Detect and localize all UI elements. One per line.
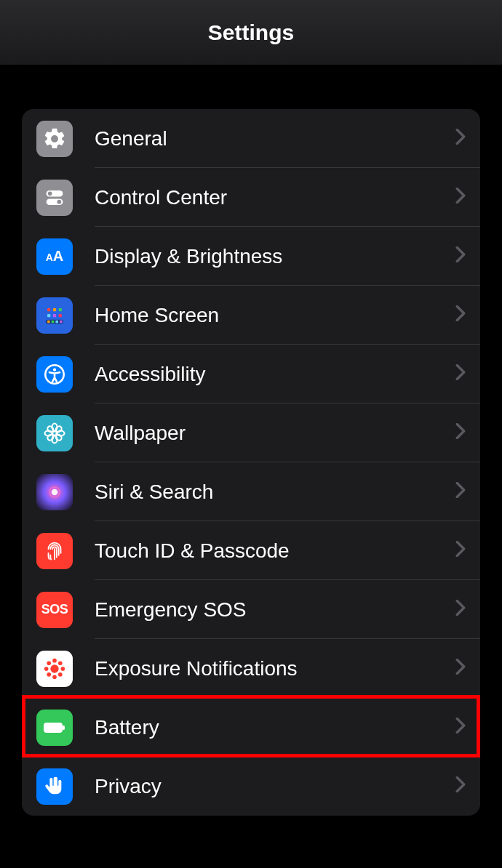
svg-point-35 [47, 672, 51, 676]
svg-point-30 [52, 675, 57, 679]
sos-icon: SOS [36, 592, 73, 628]
settings-row-touch-id[interactable]: Touch ID & Passcode [22, 521, 480, 580]
svg-rect-8 [53, 313, 56, 316]
row-label: Wallpaper [95, 422, 455, 445]
page-title: Settings [208, 20, 294, 45]
chevron-right-icon [455, 600, 466, 620]
svg-rect-12 [52, 320, 55, 323]
chevron-right-icon [455, 776, 466, 797]
settings-row-display-brightness[interactable]: AA Display & Brightness [22, 227, 480, 286]
svg-point-1 [48, 191, 52, 196]
settings-row-accessibility[interactable]: Accessibility [22, 345, 480, 403]
row-label: Battery [95, 716, 455, 739]
chevron-right-icon [455, 541, 466, 561]
flower-icon [36, 415, 73, 451]
chevron-right-icon [455, 246, 466, 267]
settings-row-battery[interactable]: Battery [22, 698, 480, 757]
svg-point-29 [52, 658, 57, 662]
settings-row-emergency-sos[interactable]: SOS Emergency SOS [22, 580, 480, 639]
svg-point-28 [50, 664, 58, 672]
chevron-right-icon [455, 305, 466, 326]
svg-point-34 [58, 661, 63, 665]
svg-point-36 [58, 672, 63, 676]
svg-rect-11 [47, 320, 50, 323]
svg-rect-5 [53, 308, 56, 311]
settings-group: General Control Center AA [22, 109, 480, 816]
svg-point-31 [44, 667, 49, 671]
text-size-icon: AA [36, 238, 73, 275]
hand-icon [36, 768, 73, 805]
chevron-right-icon [455, 188, 466, 208]
svg-point-32 [61, 667, 65, 671]
settings-row-siri-search[interactable]: Siri & Search [22, 462, 480, 521]
fingerprint-icon [36, 533, 73, 569]
svg-point-27 [52, 489, 58, 495]
settings-content: General Control Center AA [0, 65, 502, 816]
row-label: Accessibility [95, 363, 455, 386]
svg-rect-37 [44, 723, 62, 732]
toggles-icon [36, 180, 73, 216]
row-label: Control Center [95, 186, 455, 209]
chevron-right-icon [455, 364, 466, 385]
gear-icon [36, 121, 73, 157]
app-grid-icon [36, 297, 73, 334]
chevron-right-icon [455, 718, 466, 738]
svg-rect-14 [60, 320, 63, 323]
chevron-right-icon [455, 482, 466, 502]
exposure-icon [36, 651, 73, 687]
svg-point-16 [53, 368, 56, 371]
row-label: General [95, 127, 455, 150]
row-label: Touch ID & Passcode [95, 539, 455, 563]
row-label: Siri & Search [95, 481, 455, 504]
settings-row-wallpaper[interactable]: Wallpaper [22, 403, 480, 462]
row-label: Emergency SOS [95, 598, 455, 622]
svg-rect-7 [47, 313, 50, 316]
svg-rect-13 [55, 320, 58, 323]
chevron-right-icon [455, 659, 466, 679]
settings-row-privacy[interactable]: Privacy [22, 757, 480, 816]
settings-row-general[interactable]: General [22, 109, 480, 168]
row-label: Exposure Notifications [95, 657, 455, 680]
settings-row-exposure[interactable]: Exposure Notifications [22, 639, 480, 698]
svg-rect-6 [59, 308, 62, 311]
row-label: Home Screen [95, 304, 455, 327]
siri-icon [36, 474, 73, 510]
row-label: Privacy [95, 775, 455, 798]
accessibility-icon [36, 356, 73, 393]
settings-row-home-screen[interactable]: Home Screen [22, 286, 480, 345]
chevron-right-icon [455, 423, 466, 443]
svg-rect-9 [59, 313, 62, 316]
header: Settings [0, 0, 502, 65]
svg-rect-4 [47, 308, 50, 311]
svg-point-3 [57, 199, 62, 204]
settings-row-control-center[interactable]: Control Center [22, 168, 480, 227]
chevron-right-icon [455, 129, 466, 149]
svg-rect-38 [63, 726, 65, 730]
battery-icon [36, 710, 73, 746]
svg-point-33 [47, 661, 51, 665]
row-label: Display & Brightness [95, 245, 455, 268]
